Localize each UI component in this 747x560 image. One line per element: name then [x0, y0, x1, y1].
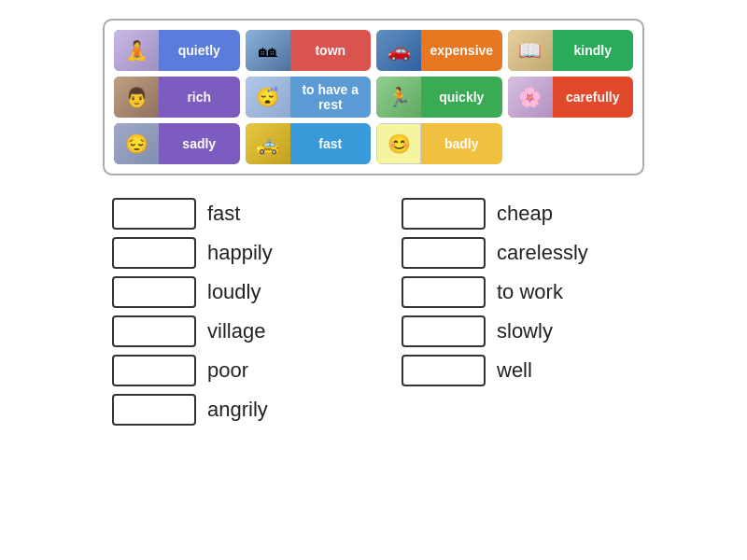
card-img-quietly: 🧘 — [114, 30, 159, 71]
drop-label-dz-towork: to work — [497, 280, 563, 304]
drop-label-dz-cheap: cheap — [497, 202, 553, 226]
drop-item-empty-right — [402, 394, 635, 426]
card-rich[interactable]: 👨 rich — [114, 77, 240, 118]
drop-item-dz-village: village — [112, 315, 345, 347]
card-img-sadly: 😔 — [114, 123, 159, 164]
card-fast[interactable]: 🚕 fast — [246, 123, 372, 164]
drop-box-dz-fast[interactable] — [112, 198, 196, 230]
drop-item-dz-angrily: angrily — [112, 394, 345, 426]
card-img-fast: 🚕 — [246, 123, 290, 164]
drop-item-dz-fast: fast — [112, 198, 345, 230]
card-quietly[interactable]: 🧘 quietly — [114, 30, 240, 71]
card-label-fast: fast — [290, 136, 372, 151]
card-label-kindly: kindly — [553, 43, 634, 58]
card-label-sadly: sadly — [159, 136, 240, 151]
drop-label-dz-village: village — [207, 319, 265, 343]
card-bank: 🧘 quietly 🏘 town 🚗 expensive 📖 kindly 👨 … — [103, 19, 644, 175]
card-img-expensive: 🚗 — [376, 30, 421, 71]
drop-list: fast cheap happily carelessly loudly to … — [112, 198, 635, 426]
card-img-town: 🏘 — [246, 30, 290, 71]
card-kindly[interactable]: 📖 kindly — [508, 30, 634, 71]
card-img-tohavearest: 😴 — [246, 77, 290, 118]
drop-item-dz-slowly: slowly — [402, 315, 635, 347]
card-img-rich: 👨 — [114, 77, 159, 118]
card-town[interactable]: 🏘 town — [246, 30, 372, 71]
drop-box-dz-towork[interactable] — [402, 276, 486, 308]
drop-label-dz-poor: poor — [207, 358, 248, 383]
card-quickly[interactable]: 🏃 quickly — [376, 77, 502, 118]
card-label-carefully: carefully — [553, 90, 634, 105]
card-img-carefully: 🌸 — [508, 77, 553, 118]
drop-box-dz-loudly[interactable] — [112, 276, 196, 308]
drop-label-dz-angrily: angrily — [207, 398, 268, 422]
drop-label-dz-fast: fast — [207, 202, 240, 226]
drop-item-dz-cheap: cheap — [402, 198, 635, 230]
drop-box-dz-well[interactable] — [402, 355, 486, 386]
card-sadly[interactable]: 😔 sadly — [114, 123, 240, 164]
card-expensive[interactable]: 🚗 expensive — [376, 30, 502, 71]
drop-box-dz-happily[interactable] — [112, 237, 196, 269]
card-img-quickly: 🏃 — [376, 77, 421, 118]
drop-box-dz-carelessly[interactable] — [402, 237, 486, 269]
drop-label-dz-slowly: slowly — [497, 319, 553, 343]
drop-box-dz-cheap[interactable] — [402, 198, 486, 230]
drop-item-dz-well: well — [402, 355, 635, 386]
drop-item-dz-carelessly: carelessly — [402, 237, 635, 269]
drop-box-dz-village[interactable] — [112, 315, 196, 347]
card-carefully[interactable]: 🌸 carefully — [508, 77, 634, 118]
card-label-quickly: quickly — [421, 90, 502, 105]
card-label-quietly: quietly — [159, 43, 240, 58]
card-tohavearest[interactable]: 😴 to have a rest — [246, 77, 372, 118]
card-label-town: town — [290, 43, 372, 58]
drop-label-dz-happily: happily — [207, 241, 273, 265]
drop-label-dz-loudly: loudly — [207, 280, 261, 304]
card-badly[interactable]: 😊 badly — [376, 123, 502, 164]
card-img-kindly: 📖 — [508, 30, 553, 71]
card-label-rich: rich — [159, 90, 240, 105]
drop-item-dz-towork: to work — [402, 276, 635, 308]
drop-label-dz-well: well — [497, 358, 532, 383]
drop-box-dz-slowly[interactable] — [402, 315, 486, 347]
drop-label-dz-carelessly: carelessly — [497, 241, 588, 265]
card-label-expensive: expensive — [421, 43, 502, 58]
card-label-badly: badly — [421, 136, 502, 151]
drop-item-dz-poor: poor — [112, 355, 345, 386]
drop-item-dz-loudly: loudly — [112, 276, 345, 308]
card-label-tohavearest: to have a rest — [290, 82, 372, 112]
drop-box-dz-poor[interactable] — [112, 355, 196, 386]
drop-item-dz-happily: happily — [112, 237, 345, 269]
card-img-badly: 😊 — [376, 123, 421, 164]
drop-box-dz-angrily[interactable] — [112, 394, 196, 426]
